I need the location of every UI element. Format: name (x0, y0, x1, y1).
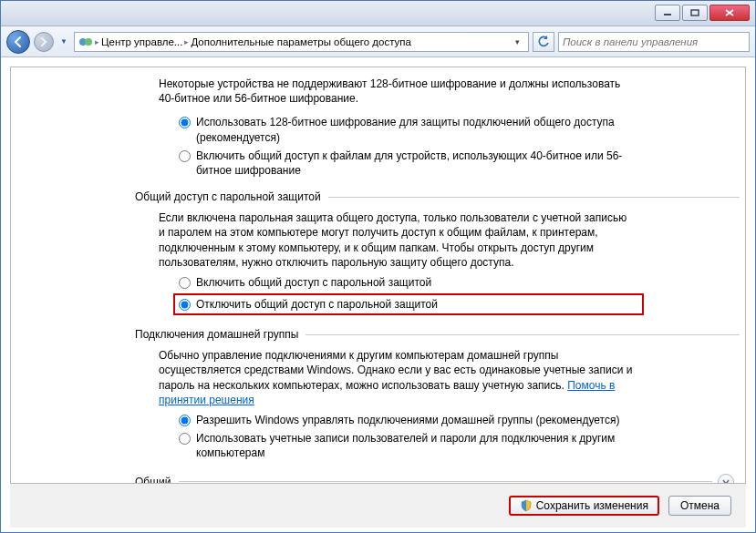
address-dropdown[interactable]: ▾ (510, 37, 524, 46)
encryption-128bit-option[interactable]: Использовать 128-битное шифрование для з… (179, 115, 644, 144)
cancel-button[interactable]: Отмена (668, 496, 731, 516)
svg-rect-1 (691, 10, 699, 15)
password-disable-option[interactable]: Отключить общий доступ с парольной защит… (173, 293, 644, 315)
password-enable-option[interactable]: Включить общий доступ с парольной защито… (179, 275, 644, 290)
svg-point-5 (85, 38, 92, 46)
breadcrumb-separator-icon: ▸ (95, 37, 99, 46)
general-section-heading[interactable]: Общий (135, 474, 734, 484)
address-bar[interactable]: ▸ Центр управле... ▸ Дополнительные пара… (74, 32, 529, 52)
option-label: Отключить общий доступ с парольной защит… (196, 297, 438, 312)
encryption-intro-text: Некоторые устройства не поддерживают 128… (159, 77, 633, 106)
section-title: Общий (135, 476, 171, 484)
radio-input[interactable] (179, 415, 191, 426)
homegroup-accounts-option[interactable]: Использовать учетные записи пользователе… (179, 431, 644, 460)
button-label: Отмена (680, 499, 720, 512)
option-label: Использовать 128-битное шифрование для з… (196, 115, 644, 144)
homegroup-section-heading: Подключения домашней группы (135, 328, 740, 341)
section-title: Подключения домашней группы (135, 328, 298, 341)
navigation-bar: ▼ ▸ Центр управле... ▸ Дополнительные па… (1, 26, 755, 57)
radio-input[interactable] (179, 299, 191, 311)
forward-button[interactable] (34, 32, 54, 52)
homegroup-windows-option[interactable]: Разрешить Windows управлять подключениям… (179, 413, 644, 427)
minimize-button[interactable] (655, 5, 680, 21)
password-section-heading: Общий доступ с парольной защитой (135, 190, 740, 203)
refresh-button[interactable] (533, 32, 554, 52)
option-label: Использовать учетные записи пользователе… (196, 431, 644, 460)
back-button[interactable] (6, 30, 30, 54)
control-panel-icon (78, 35, 93, 49)
homegroup-intro-text: Обычно управление подключениями к другим… (159, 348, 633, 407)
password-intro-text: Если включена парольная защита общего до… (159, 210, 633, 270)
search-box[interactable] (558, 32, 750, 52)
option-label: Разрешить Windows управлять подключениям… (196, 413, 619, 427)
radio-input[interactable] (179, 117, 191, 128)
divider (306, 334, 740, 335)
footer-bar: Сохранить изменения Отмена (10, 484, 746, 528)
section-title: Общий доступ с парольной защитой (135, 190, 321, 203)
window-frame: ▼ ▸ Центр управле... ▸ Дополнительные па… (0, 0, 756, 533)
encryption-radio-group: Использовать 128-битное шифрование для з… (179, 115, 644, 178)
button-label: Сохранить изменения (536, 499, 648, 512)
maximize-button[interactable] (682, 5, 708, 21)
radio-input[interactable] (179, 150, 191, 162)
option-label: Включить общий доступ к файлам для устро… (196, 149, 644, 178)
shield-icon (520, 499, 533, 512)
password-radio-group: Включить общий доступ с парольной защито… (179, 275, 644, 315)
option-label: Включить общий доступ с парольной защито… (196, 275, 431, 290)
settings-scroll-pane[interactable]: Некоторые устройства не поддерживают 128… (10, 67, 746, 484)
divider (328, 197, 740, 198)
titlebar[interactable] (1, 1, 755, 26)
nav-history-dropdown[interactable]: ▼ (57, 36, 70, 48)
breadcrumb-segment-1[interactable]: Центр управле... (101, 36, 182, 47)
breadcrumb-segment-2[interactable]: Дополнительные параметры общего доступа (191, 36, 411, 47)
divider (179, 481, 713, 482)
chevron-down-icon[interactable] (718, 474, 734, 484)
save-changes-button[interactable]: Сохранить изменения (509, 496, 659, 516)
close-button[interactable] (709, 5, 750, 21)
search-input[interactable] (563, 36, 745, 47)
encryption-40bit-option[interactable]: Включить общий доступ к файлам для устро… (179, 149, 644, 178)
breadcrumb-separator-icon: ▸ (184, 37, 189, 46)
radio-input[interactable] (179, 433, 191, 445)
intro-text-prefix: Обычно управление подключениями к другим… (159, 349, 632, 391)
homegroup-radio-group: Разрешить Windows управлять подключениям… (179, 413, 644, 461)
radio-input[interactable] (179, 277, 191, 289)
